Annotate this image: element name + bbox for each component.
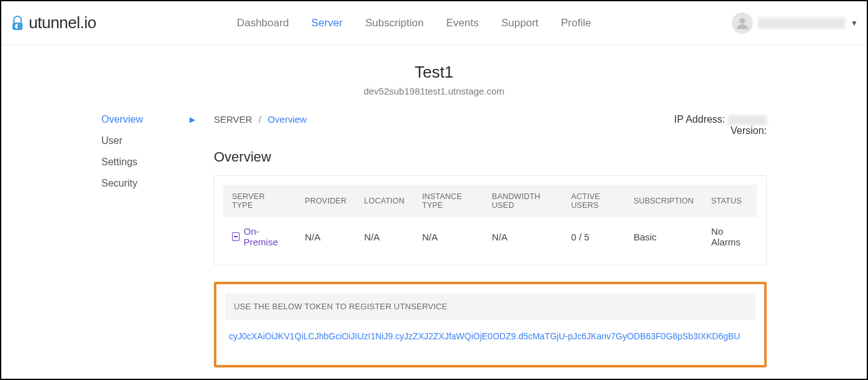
nav-dashboard[interactable]: Dashboard (237, 17, 289, 29)
th-subscription: SUBSCRIPTION (625, 185, 702, 217)
breadcrumb-current: Overview (268, 114, 307, 125)
svg-point-2 (740, 18, 745, 23)
cell-subscription: Basic (625, 217, 702, 247)
brand-name: utunnel.io (29, 13, 96, 33)
token-card: USE THE BELOW TOKEN TO REGISTER UTNSERVI… (214, 282, 767, 367)
sidebar-item-label: Overview (101, 114, 143, 125)
version-label: Version: (674, 125, 767, 136)
section-title: Overview (214, 149, 767, 165)
sidebar-item-label: User (101, 135, 123, 146)
page-body: Test1 dev52sub1981test1.utnstage.com Ove… (1, 45, 867, 367)
username-redacted (758, 18, 845, 29)
topbar: utunnel.io Dashboard Server Subscription… (1, 1, 867, 45)
server-type-label[interactable]: On-Premise (232, 226, 287, 247)
overview-table: SERVER TYPE PROVIDER LOCATION INSTANCE T… (223, 185, 757, 247)
table-row: On-Premise N/A N/A N/A N/A 0 / 5 Basic N… (223, 217, 757, 247)
page-subtitle: dev52sub1981test1.utnstage.com (101, 86, 767, 96)
sidebar-item-label: Security (101, 178, 138, 189)
breadcrumb-sep: / (259, 114, 261, 125)
cell-provider: N/A (296, 217, 355, 247)
cell-active-users: 0 / 5 (562, 217, 625, 247)
server-meta: IP Address: Version: (674, 114, 767, 136)
ip-label: IP Address: (674, 114, 725, 125)
page-title: Test1 (101, 63, 767, 82)
sidebar-item-user[interactable]: User (101, 135, 195, 146)
cell-location: N/A (355, 217, 413, 247)
th-active-users: ACTIVE USERS (562, 185, 625, 217)
ip-value-redacted (728, 115, 767, 125)
th-provider: PROVIDER (296, 185, 355, 217)
breadcrumb: SERVER / Overview (214, 114, 306, 125)
brand-logo[interactable]: utunnel.io (10, 13, 96, 33)
nav-subscription[interactable]: Subscription (365, 17, 424, 29)
main-content: SERVER / Overview IP Address: Version: O… (214, 114, 767, 367)
sidebar-item-settings[interactable]: Settings (101, 157, 195, 168)
nav-server[interactable]: Server (311, 17, 343, 29)
avatar-icon (732, 13, 753, 34)
chevron-down-icon: ▼ (850, 19, 858, 28)
nav-support[interactable]: Support (501, 17, 538, 29)
th-server-type: SERVER TYPE (223, 185, 296, 217)
sidebar: Overview ▶ User Settings Security (101, 114, 195, 367)
sidebar-item-overview[interactable]: Overview ▶ (101, 114, 195, 125)
token-value[interactable]: cyJ0cXAiOiJKV1QiLCJhbGciOiJIUzI1NiJ9.cyJ… (225, 320, 755, 356)
brand-logo-icon (10, 14, 25, 32)
main-nav: Dashboard Server Subscription Events Sup… (237, 17, 592, 29)
cell-status: No Alarms (702, 217, 757, 247)
nav-profile[interactable]: Profile (561, 17, 591, 29)
th-status: STATUS (702, 185, 757, 217)
breadcrumb-root[interactable]: SERVER (214, 114, 252, 125)
cell-server-type: On-Premise (223, 217, 296, 247)
nav-events[interactable]: Events (446, 17, 478, 29)
sidebar-item-label: Settings (101, 157, 138, 168)
on-premise-icon (232, 232, 240, 241)
token-header: USE THE BELOW TOKEN TO REGISTER UTNSERVI… (225, 293, 755, 320)
arrow-right-icon: ▶ (189, 115, 195, 124)
cell-instance-type: N/A (413, 217, 483, 247)
cell-bandwidth: N/A (483, 217, 563, 247)
table-header-row: SERVER TYPE PROVIDER LOCATION INSTANCE T… (223, 185, 757, 217)
th-instance-type: INSTANCE TYPE (413, 185, 483, 217)
overview-card: SERVER TYPE PROVIDER LOCATION INSTANCE T… (214, 175, 767, 265)
th-location: LOCATION (355, 185, 413, 217)
sidebar-item-security[interactable]: Security (101, 178, 195, 189)
user-menu[interactable]: ▼ (732, 13, 858, 34)
th-bandwidth: BANDWIDTH USED (483, 185, 563, 217)
